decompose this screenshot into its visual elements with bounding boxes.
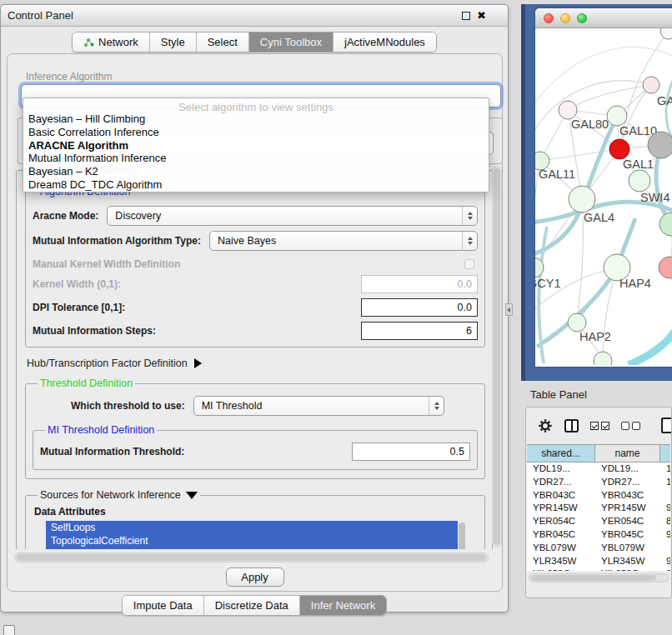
network-titlebar [535, 8, 672, 28]
table-cell: YDR27... [527, 476, 595, 489]
tab-select[interactable]: Select [197, 32, 249, 52]
page-icon[interactable] [661, 418, 671, 433]
table-row[interactable]: YPR145WYPR145W9. [527, 502, 670, 515]
table-row[interactable]: YDR27...YDR27...12 [527, 476, 670, 489]
tab-style[interactable]: Style [150, 32, 197, 52]
tab-discretize-data[interactable]: Discretize Data [204, 596, 300, 615]
network-node-cut-bottom[interactable] [594, 352, 612, 365]
algorithm-option[interactable]: Basic Correlation Inference [23, 126, 489, 139]
settings-viewport: Cyni Algorithm Settings Algorithm Defini… [16, 164, 493, 549]
table-cell: 13 [660, 462, 670, 476]
table-row[interactable]: YIL053CYIL053C9. [527, 568, 670, 571]
table-cell: 9. [660, 502, 670, 515]
hub-definition-expander[interactable]: Hub/Transcription Factor Definition [27, 358, 487, 369]
deselect-all-icon[interactable] [621, 422, 640, 430]
network-node-GAL10[interactable] [607, 106, 627, 126]
table-row[interactable]: YER054CYER054C8. [527, 515, 670, 528]
which-threshold-select[interactable]: MI Threshold [193, 396, 444, 416]
select-all-icon[interactable] [590, 422, 609, 430]
kernel-width-label: Kernel Width (0,1): [33, 278, 121, 290]
network-edge[interactable] [540, 149, 619, 161]
attributes-scrollbar[interactable] [458, 521, 466, 549]
network-edge[interactable] [629, 324, 672, 365]
float-window-icon[interactable] [462, 12, 470, 20]
mi-type-label: Mutual Information Algorithm Type: [33, 235, 201, 247]
column-header[interactable] [660, 445, 670, 462]
top-tabstrip: NetworkStyleSelectCyni ToolboxjActiveMNo… [1, 32, 508, 52]
tab-label: Discretize Data [215, 599, 288, 612]
table-row[interactable]: YBL079WYBL079W [527, 542, 670, 555]
algorithm-option[interactable]: Bayesian – K2 [23, 165, 489, 178]
kernel-width-field[interactable] [361, 275, 478, 293]
mi-steps-field[interactable] [361, 322, 478, 340]
tab-cyni-toolbox[interactable]: Cyni Toolbox [249, 32, 333, 52]
tab-infer-network[interactable]: Infer Network [300, 596, 386, 615]
panel-divider-handle[interactable] [505, 303, 513, 316]
collapsed-panel-icon[interactable] [3, 625, 15, 635]
minimize-traffic-light-icon[interactable] [560, 13, 570, 23]
data-attributes-list[interactable]: SelfLoopsTopologicalCoefficientBetweenne… [46, 521, 466, 549]
which-threshold-value: MI Threshold [202, 400, 263, 412]
close-traffic-light-icon[interactable] [544, 13, 554, 23]
sources-group: Sources for Network Inference Data Attri… [25, 489, 485, 549]
network-node-pink-top[interactable] [643, 77, 659, 93]
table-panel: shared...name YDL19...YDL19...13YDR27...… [525, 407, 672, 598]
network-node-GAL4[interactable] [569, 186, 595, 212]
stepper-arrows-icon [462, 232, 477, 250]
settings-horizontal-scrollbar[interactable] [14, 552, 489, 562]
network-node-GAL80[interactable] [559, 101, 577, 119]
table-horizontal-scrollbar[interactable] [529, 573, 669, 582]
manual-kernel-checkbox[interactable] [464, 259, 474, 269]
cyni-algorithm-settings-group: Cyni Algorithm Settings Algorithm Defini… [16, 164, 493, 549]
mi-type-select[interactable]: Naive Bayes [209, 231, 478, 251]
table-cell: YIL053C [527, 568, 595, 571]
tab-label: Select [208, 36, 238, 48]
settings-vertical-scrollbar[interactable] [492, 166, 502, 548]
collapse-down-icon[interactable] [186, 492, 198, 499]
split-columns-icon[interactable] [564, 419, 579, 432]
zoom-traffic-light-icon[interactable] [577, 13, 587, 23]
attribute-item[interactable]: SelfLoops [46, 521, 466, 534]
network-node-gray-node[interactable] [648, 132, 672, 158]
tab-impute-data[interactable]: Impute Data [123, 596, 204, 615]
dpi-tolerance-field[interactable] [361, 298, 478, 317]
network-node-green-right[interactable] [659, 212, 672, 236]
settings-gear-icon[interactable] [538, 418, 553, 433]
attribute-item[interactable]: TopologicalCoefficient [46, 534, 466, 548]
attribute-item[interactable]: BetweennessCentrality [46, 548, 466, 549]
network-canvas[interactable]: GALGAL80GAL10GAL1GAL11GAL4SWI4GCY1HAP4YH… [535, 28, 672, 367]
attribute-table: shared...name YDL19...YDL19...13YDR27...… [527, 444, 670, 582]
tab-jactivemnodules[interactable]: jActiveMNodules [333, 32, 436, 52]
network-node-HAP2[interactable] [568, 313, 586, 332]
table-cell: 9. [660, 568, 670, 571]
apply-button[interactable]: Apply [226, 568, 284, 587]
node-label-SWI4: SWI4 [640, 191, 669, 204]
network-edge[interactable] [535, 116, 617, 255]
column-header[interactable]: name [595, 445, 660, 462]
mi-threshold-legend: MI Threshold Definition [45, 424, 157, 436]
network-node-SWI4[interactable] [629, 170, 650, 192]
table-row[interactable]: YBR043CYBR043C [527, 489, 670, 502]
close-icon[interactable]: ✖ [477, 12, 486, 20]
dpi-tolerance-label: DPI Tolerance [0,1]: [33, 302, 125, 313]
algorithm-popup-placeholder: Select algorithm to view settings [23, 98, 489, 112]
tab-network[interactable]: Network [73, 32, 150, 52]
table-toolbar [526, 408, 671, 444]
column-header[interactable]: shared... [527, 445, 595, 462]
algorithm-option[interactable]: Bayesian – Hill Climbing [23, 112, 489, 126]
table-row[interactable]: YBR045CYBR045C9. [527, 528, 670, 542]
algorithm-option[interactable]: Dream8 DC_TDC Algorithm [23, 178, 489, 192]
mi-threshold-field[interactable] [352, 442, 470, 461]
aracne-mode-select[interactable]: Discovery [107, 206, 478, 226]
network-edge[interactable] [568, 85, 651, 110]
table-header: shared...name [527, 444, 670, 462]
table-cell: YER054C [527, 515, 595, 528]
table-row[interactable]: YDL19...YDL19...13 [527, 462, 670, 476]
network-node-salmon-right[interactable] [659, 257, 672, 278]
algorithm-option[interactable]: Mutual Information Inference [23, 152, 489, 165]
table-row[interactable]: YLR345WYLR345W9. [527, 555, 670, 568]
network-node-cut-top[interactable] [660, 28, 672, 39]
threshold-definition-legend: Threshold Definition [38, 378, 135, 389]
network-node-GAL1[interactable] [609, 139, 629, 159]
algorithm-option[interactable]: ARACNE Algorithm [23, 139, 489, 152]
